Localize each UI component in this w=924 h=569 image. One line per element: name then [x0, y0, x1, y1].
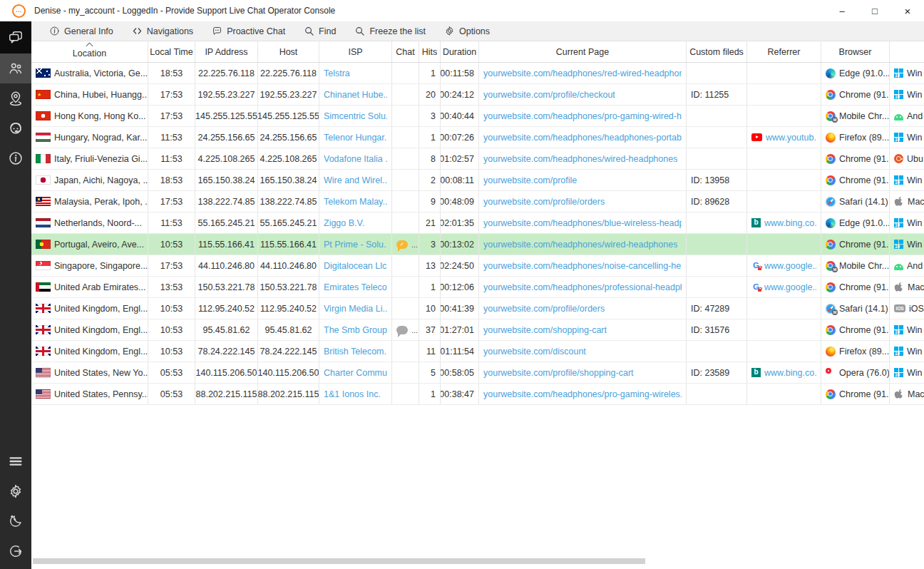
flag-nl-icon — [36, 218, 51, 227]
sidebar-item-logout[interactable] — [0, 536, 31, 566]
isp-link[interactable]: Charter Commu... — [324, 368, 387, 378]
cell-custom-fields — [687, 384, 747, 404]
cell-chat — [392, 341, 419, 362]
isp-link[interactable]: Telenor Hungar... — [324, 133, 387, 143]
browser-label: Safari (14.1) — [839, 304, 888, 314]
current-page-link[interactable]: yourwebsite.com/headphones/wired-headpho… — [483, 240, 677, 250]
isp-link[interactable]: Chinanet Hube... — [324, 90, 387, 100]
navigations-button[interactable]: Navigations — [123, 21, 202, 41]
browser-label: Edge (91.0... — [839, 68, 890, 78]
isp-link[interactable]: Ziggo B.V. — [324, 218, 364, 228]
column-header-os[interactable]: OS — [890, 41, 924, 62]
isp-link[interactable]: 1&1 Ionos Inc. — [324, 389, 381, 399]
sidebar-item-chats[interactable] — [0, 21, 31, 53]
column-header-hits[interactable]: Hits — [419, 41, 441, 62]
visitor-row[interactable]: Singapore, Singapore...17:5344.110.246.8… — [31, 255, 924, 277]
current-page-link[interactable]: yourwebsite.com/headphones/professional-… — [483, 282, 682, 292]
column-header-time[interactable]: Local Time — [148, 41, 195, 62]
cell-chat — [392, 127, 419, 148]
chat-bubble-icon — [212, 26, 222, 36]
close-button[interactable]: × — [891, 0, 924, 21]
current-page-link[interactable]: yourwebsite.com/headphones/noise-cancell… — [483, 261, 682, 271]
current-page-link[interactable]: yourwebsite.com/headphones/headphones-po… — [483, 133, 682, 143]
visitor-row[interactable]: United Kingdom, Engl...10:53112.95.240.5… — [31, 298, 924, 319]
visitor-row[interactable]: Portugal, Aveiro, Ave...10:53115.55.166.… — [31, 234, 924, 255]
sidebar-item-visitors[interactable] — [0, 53, 31, 83]
isp-link[interactable]: The Smb Group — [324, 325, 387, 335]
bing-referrer-icon: b — [751, 368, 761, 377]
column-header-page[interactable]: Current Page — [479, 41, 687, 62]
current-page-link[interactable]: yourwebsite.com/headphones/wired-headpho… — [483, 154, 677, 164]
referrer-link[interactable]: www.bing.co... — [764, 368, 816, 378]
sidebar-item-operator[interactable] — [0, 113, 31, 143]
isp-link[interactable]: Wire and Wirel... — [324, 175, 387, 185]
current-page-link[interactable]: yourwebsite.com/headphones/blue-wireless… — [483, 218, 682, 228]
visitor-row[interactable]: United Kingdom, Engl...10:5378.24.222.14… — [31, 341, 924, 362]
visitor-row[interactable]: United States, Pennsy...05:5388.202.215.… — [31, 384, 924, 405]
referrer-link[interactable]: www.bing.co... — [764, 218, 816, 228]
current-page-link[interactable]: yourwebsite.com/profile — [483, 175, 577, 185]
visitor-row[interactable]: Australia, Victoria, Ge...18:5322.225.76… — [31, 63, 924, 84]
visitor-row[interactable]: Japan, Aichi, Nagoya, ...18:53165.150.38… — [31, 170, 924, 191]
flag-cn-icon — [36, 90, 51, 99]
isp-link[interactable]: Digitalocean Llc — [324, 261, 386, 271]
cell-current-page: yourwebsite.com/profile/shopping-cart — [479, 362, 687, 383]
freeze-list-button[interactable]: Freeze the list — [345, 21, 435, 41]
referrer-link[interactable]: www.google... — [764, 282, 816, 292]
cell-location: Australia, Victoria, Ge... — [31, 63, 148, 83]
column-header-host[interactable]: Host — [258, 41, 319, 62]
proactive-chat-button[interactable]: Proactive Chat — [202, 21, 294, 41]
visitor-row[interactable]: China, Hubei, Huangg...17:53192.55.23.22… — [31, 84, 924, 106]
options-button[interactable]: Options — [435, 21, 499, 41]
current-page-link[interactable]: yourwebsite.com/headphones/pro-gaming-wi… — [483, 389, 682, 399]
column-header-ref[interactable]: Referrer — [747, 41, 821, 62]
visitor-row[interactable]: United Kingdom, Engl...10:5395.45.81.629… — [31, 319, 924, 341]
visitor-row[interactable]: United States, New Yo...05:53140.115.206… — [31, 362, 924, 384]
current-page-link[interactable]: yourwebsite.com/profile/orders — [483, 304, 605, 314]
sidebar-item-geo-location[interactable] — [0, 83, 31, 113]
browser-label: Chrome (91... — [839, 240, 890, 250]
isp-link[interactable]: Emirates Teleco... — [324, 282, 387, 292]
column-header-custom[interactable]: Custom fileds — [687, 41, 747, 62]
cell-host: 140.115.206.50 — [258, 362, 319, 383]
sidebar-item-theme[interactable] — [0, 506, 31, 536]
current-page-link[interactable]: yourwebsite.com/headphones/red-wired-hea… — [483, 68, 682, 78]
isp-link[interactable]: Telekom Malay... — [324, 197, 387, 207]
current-page-link[interactable]: yourwebsite.com/profile/shopping-cart — [483, 368, 634, 378]
column-header-browser[interactable]: Browser — [821, 41, 890, 62]
sidebar-item-settings[interactable] — [0, 476, 31, 506]
current-page-link[interactable]: yourwebsite.com/headphones/pro-gaming-wi… — [483, 111, 682, 121]
current-page-link[interactable]: yourwebsite.com/profile/checkout — [483, 90, 615, 100]
current-page-link[interactable]: yourwebsite.com/shopping-cart — [483, 325, 607, 335]
toolbar: General InfoNavigationsProactive ChatFin… — [31, 21, 924, 41]
visitor-row[interactable]: Hong Kong, Hong Ko...17:53145.255.125.55… — [31, 106, 924, 127]
visitor-row[interactable]: Netherlands, Noord-...11:5355.165.245.21… — [31, 212, 924, 234]
cell-hits: 9 — [419, 191, 441, 212]
minimize-button[interactable]: – — [826, 0, 858, 21]
column-header-loc[interactable]: Location — [31, 41, 148, 62]
column-header-ip[interactable]: IP Address — [195, 41, 258, 62]
sidebar-item-menu[interactable] — [0, 446, 31, 476]
find-button[interactable]: Find — [294, 21, 345, 41]
isp-link[interactable]: Virgin Media Li... — [324, 304, 387, 314]
referrer-link[interactable]: www.google... — [764, 261, 816, 271]
visitor-row[interactable]: Malaysia, Perak, Ipoh, ...17:53138.222.7… — [31, 191, 924, 212]
general-info-button[interactable]: General Info — [40, 21, 123, 41]
horizontal-scrollbar-thumb[interactable] — [33, 558, 645, 564]
visitor-row[interactable]: Hungary, Nograd, Kar...11:5324.255.156.6… — [31, 127, 924, 148]
isp-link[interactable]: Simcentric Solu... — [324, 111, 387, 121]
isp-link[interactable]: Vodafone Italia ... — [324, 154, 387, 164]
sidebar-item-info[interactable] — [0, 143, 31, 173]
visitor-row[interactable]: United Arab Emirates...13:53150.53.221.7… — [31, 277, 924, 298]
isp-link[interactable]: British Telecom... — [324, 347, 387, 357]
isp-link[interactable]: Telstra — [324, 68, 350, 78]
visitor-row[interactable]: Italy, Friuli-Venezia Gi...11:534.225.10… — [31, 148, 924, 170]
column-header-chat[interactable]: Chat — [392, 41, 419, 62]
current-page-link[interactable]: yourwebsite.com/discount — [483, 347, 586, 357]
column-header-isp[interactable]: ISP — [319, 41, 392, 62]
isp-link[interactable]: Pt Prime - Solu... — [324, 240, 387, 250]
current-page-link[interactable]: yourwebsite.com/profile/orders — [483, 197, 605, 207]
maximize-button[interactable]: □ — [858, 0, 891, 21]
column-header-dur[interactable]: Duration — [441, 41, 479, 62]
referrer-link[interactable]: www.youtub... — [766, 133, 816, 143]
